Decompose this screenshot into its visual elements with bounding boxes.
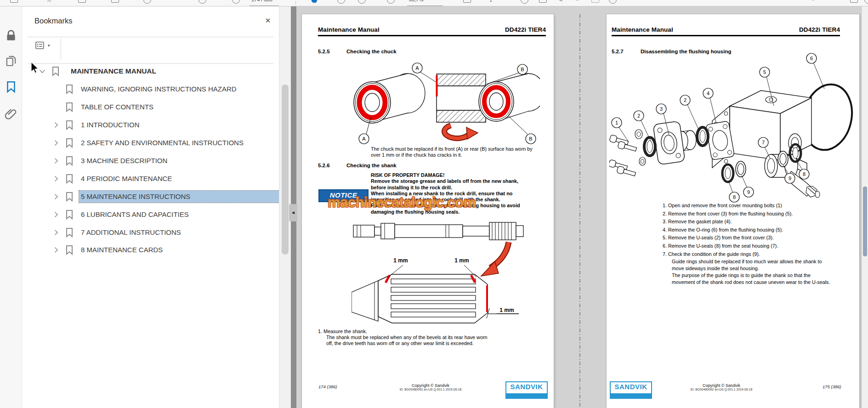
bookmark-label: 7 ADDITIONAL INSTRUCTIONS [81, 226, 181, 239]
bookmark-item-2-safety[interactable]: 2 SAFETY AND ENVIRONMENTAL INSTRUCTIONS [31, 136, 280, 150]
header-title: Maintenance Manual [612, 26, 673, 33]
callout-8r: 8 [803, 171, 806, 177]
lock-icon[interactable] [5, 29, 17, 42]
previous-page-icon[interactable] [199, 0, 206, 4]
hand-tool-icon[interactable] [311, 0, 318, 3]
bookmark-root[interactable]: MAINTENANCE MANUAL [31, 64, 280, 78]
print-icon[interactable] [111, 0, 119, 3]
measure-note: The shank must be replaced when any of t… [326, 334, 488, 347]
chevron-right-icon[interactable] [52, 176, 57, 181]
zoom-in-icon[interactable] [358, 0, 366, 4]
chevron-down-icon: ▾ [48, 43, 50, 48]
panel-divider2 [28, 63, 273, 64]
options-divider [61, 39, 61, 60]
find-icon[interactable] [864, 0, 868, 4]
callout-a-bottom: A [362, 136, 366, 142]
star-icon[interactable]: ☆ [46, 0, 52, 3]
page-copy-icon[interactable] [5, 54, 17, 67]
bookmark-icon [65, 156, 74, 166]
measure-step: 1. Measure the shank. [318, 329, 367, 334]
bookmark-item-8-cards[interactable]: 8 MAINTENANCE CARDS [31, 243, 280, 257]
bookmark-item-3-machine[interactable]: 3 MACHINE DESCRIPTION [31, 154, 280, 168]
search-icon[interactable] [143, 0, 151, 4]
left-rail [0, 6, 22, 408]
page-number: 175 (386) [823, 384, 841, 389]
step: 7. Check the condition of the guide ring… [663, 250, 856, 259]
bookmark-item-4-periodic[interactable]: 4 PERIODIC MAINTENANCE [31, 172, 280, 186]
bookmark-item-warning[interactable]: WARNING, IGNORING INSTRUCTIONS HAZARD [31, 82, 280, 96]
sandvik-logo: SANDVIK [610, 381, 652, 399]
options-list-icon [35, 40, 45, 51]
bookmark-icon [65, 245, 74, 255]
dim-1mm-right: 1 mm [454, 257, 469, 264]
zoom-level-input[interactable]: 66,7% [407, 0, 443, 6]
chevron-right-icon[interactable] [52, 212, 57, 217]
split-view-icon[interactable] [78, 0, 86, 3]
bookmark-label: 1 INTRODUCTION [81, 118, 140, 132]
more-tools-icon[interactable] [609, 0, 617, 4]
bookmark-icon [65, 120, 74, 130]
chevron-expanded-icon[interactable] [40, 68, 45, 73]
fit-width-icon[interactable] [463, 0, 471, 3]
page-thumbnails-icon[interactable] [10, 0, 18, 3]
bookmark-item-toc[interactable]: TABLE OF CONTENTS [31, 100, 280, 114]
bookmark-icon [65, 210, 74, 220]
edit-text-icon[interactable]: ✑ [574, 0, 580, 3]
document-scrollbar-thumb[interactable] [863, 187, 867, 256]
chevron-right-icon[interactable] [52, 122, 57, 127]
chevron-right-icon[interactable] [52, 140, 57, 145]
callout-b-bottom: B [529, 136, 532, 142]
dim-1mm-rear: 1 mm [499, 307, 514, 313]
bookmark-label: 5 MAINTENANCE INSTRUCTIONS [79, 191, 279, 203]
section-number: 5.2.5 [318, 49, 330, 54]
bookmark-label: 3 MACHINE DESCRIPTION [81, 154, 167, 168]
panel-divider [28, 37, 273, 37]
bookmarks-panel: Bookmarks ✕ ▾ MAINTENANCE MANUAL WARNI [22, 6, 279, 408]
chevron-right-icon[interactable] [52, 194, 57, 199]
draw-icon[interactable]: ✎ [557, 0, 563, 3]
comment-pin-icon[interactable] [521, 0, 528, 4]
next-page-icon[interactable] [232, 0, 240, 4]
zoom-out-icon[interactable] [337, 0, 345, 4]
section-title: Checking the shank [346, 163, 397, 168]
sandvik-logo: SANDVIK [505, 381, 548, 399]
bookmark-label: WARNING, IGNORING INSTRUCTIONS HAZARD [81, 82, 237, 96]
page-header: Maintenance Manual DD422i TIER4 [318, 26, 546, 33]
bookmark-label: 2 SAFETY AND ENVIRONMENTAL INSTRUCTIONS [81, 136, 244, 150]
bookmark-label: 4 PERIODIC MAINTENANCE [81, 172, 172, 186]
delete-icon[interactable] [591, 0, 599, 3]
bookmark-item-1-introduction[interactable]: 1 INTRODUCTION [31, 118, 280, 132]
close-icon[interactable]: ✕ [263, 16, 273, 26]
scroll-mode-icon[interactable]: ↓ [489, 0, 493, 3]
step: 5. Remove the U-seals (2) from the front… [663, 234, 856, 242]
bookmark-item-6-lubricants[interactable]: 6 LUBRICANTS AND CAPACITIES [31, 208, 280, 221]
fill-sign-icon[interactable]: ✒ [810, 0, 816, 3]
share-icon[interactable] [850, 0, 858, 3]
step-note: Guide rings should be replaced if too mu… [672, 258, 856, 285]
highlight-icon[interactable] [539, 0, 547, 3]
callout-6: 6 [810, 56, 813, 61]
bookmarks-scrollbar-thumb[interactable] [282, 85, 289, 255]
chevron-right-icon[interactable] [52, 158, 57, 163]
page-separator [579, 14, 580, 408]
bookmarks-icon[interactable] [5, 80, 17, 93]
step: 2. Remove the front cover (3) from the f… [663, 210, 856, 218]
bookmark-item-7-additional[interactable]: 7 ADDITIONAL INSTRUCTIONS [31, 226, 280, 239]
header-title: Maintenance Manual [318, 26, 380, 33]
bookmark-label: 8 MAINTENANCE CARDS [81, 243, 163, 257]
callout-2: 2 [637, 113, 640, 119]
collapse-panel-button[interactable]: ◄ [289, 204, 297, 221]
callout-3: 3 [660, 106, 663, 112]
zoom-menu-icon[interactable] [387, 0, 395, 4]
document-scrollbar[interactable] [862, 6, 868, 408]
bookmark-item-5-maintenance-instructions[interactable]: 5 MAINTENANCE INSTRUCTIONS [31, 190, 280, 204]
bookmark-icon [65, 84, 74, 95]
page-number-input[interactable]: 174 / 386 [250, 0, 279, 6]
bookmark-options-button[interactable]: ▾ [35, 40, 53, 52]
callout-a-top: A [415, 65, 419, 71]
header-rule [612, 35, 840, 36]
chevron-right-icon[interactable] [52, 247, 57, 252]
attachments-icon[interactable] [5, 107, 17, 120]
chevron-right-icon[interactable] [52, 230, 57, 235]
bookmark-icon [65, 227, 74, 238]
